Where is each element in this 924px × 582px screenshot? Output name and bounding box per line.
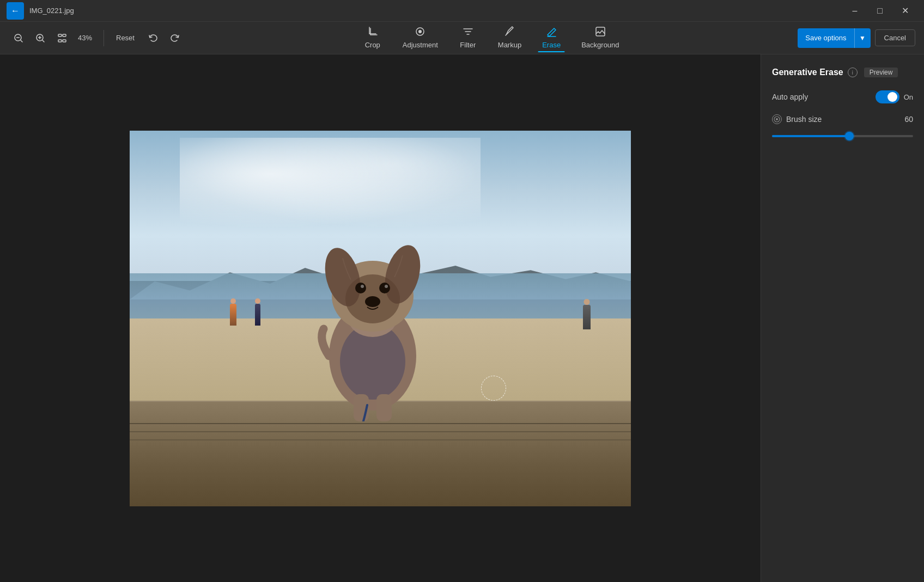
svg-point-25 (385, 285, 388, 288)
save-button-main[interactable]: Save options (798, 29, 854, 46)
zoom-value: 43% (74, 34, 96, 42)
panel-title: Generative Erase (772, 68, 843, 77)
toolbar: 43% Reset Crop (0, 22, 924, 54)
tool-adjustment[interactable]: Adjustment (393, 24, 448, 52)
svg-point-24 (361, 285, 364, 288)
tool-crop-label: Crop (365, 41, 380, 49)
toolbar-actions: Save options ▼ Cancel (798, 28, 915, 48)
reset-button[interactable]: Reset (110, 32, 141, 44)
svg-point-22 (355, 283, 366, 293)
save-options-button[interactable]: Save options ▼ (798, 28, 870, 48)
fit-button[interactable] (52, 28, 72, 48)
filter-icon (463, 26, 473, 40)
undo-button[interactable] (143, 28, 163, 48)
minimize-button[interactable]: – (842, 0, 867, 22)
toggle-thumb (887, 92, 897, 102)
image-container (130, 131, 631, 506)
cancel-button[interactable]: Cancel (875, 29, 915, 46)
svg-point-23 (379, 283, 390, 293)
auto-apply-toggle[interactable] (876, 90, 899, 103)
window-controls: – □ ✕ (842, 0, 917, 22)
svg-rect-8 (58, 40, 62, 42)
brush-icon (772, 114, 782, 124)
brush-label-group: Brush size (772, 114, 822, 124)
person-3 (583, 305, 591, 329)
tool-background-label: Background (581, 41, 619, 49)
back-button[interactable]: ← (7, 2, 24, 20)
tool-markup-label: Markup (498, 41, 521, 49)
titlebar: ← IMG_0221.jpg – □ ✕ (0, 0, 924, 22)
brush-size-row: Brush size 60 (772, 114, 913, 142)
redo-button[interactable] (165, 28, 185, 48)
zoom-in-icon (35, 33, 45, 43)
tool-nav: Crop Adjustment Filter (187, 24, 795, 52)
fit-icon (57, 33, 67, 43)
tool-crop[interactable]: Crop (354, 24, 392, 52)
file-title: IMG_0221.jpg (29, 7, 74, 15)
photo-scene (130, 131, 631, 506)
toggle-label: On (904, 93, 913, 101)
zoom-out-button[interactable] (9, 28, 28, 48)
close-button[interactable]: ✕ (892, 0, 917, 22)
crop-icon (367, 26, 378, 40)
tool-background[interactable]: Background (572, 24, 629, 52)
zoom-controls: 43% (9, 28, 96, 48)
svg-rect-7 (58, 34, 62, 36)
person-1 (230, 304, 236, 326)
adjustment-icon (415, 26, 425, 40)
canvas-area[interactable] (0, 54, 761, 582)
brush-svg-icon (774, 116, 780, 122)
background-icon (595, 26, 606, 40)
svg-point-12 (418, 30, 422, 33)
auto-apply-label: Auto apply (772, 93, 808, 101)
auto-apply-row: Auto apply On (772, 90, 913, 103)
zoom-in-button[interactable] (31, 28, 50, 48)
svg-point-26 (365, 296, 380, 307)
svg-line-2 (21, 40, 22, 42)
maximize-button[interactable]: □ (867, 0, 892, 22)
brush-header: Brush size 60 (772, 114, 913, 124)
brush-size-slider[interactable] (772, 131, 913, 142)
sidebar-panel: Generative Erase i Preview Auto apply On (761, 54, 924, 582)
back-icon: ← (11, 6, 20, 16)
tool-erase-label: Erase (542, 41, 561, 49)
preview-badge: Preview (864, 68, 898, 77)
save-dropdown-arrow[interactable]: ▼ (854, 28, 871, 48)
erase-icon (546, 26, 557, 40)
panel-header: Generative Erase i Preview (772, 68, 913, 77)
svg-rect-28 (376, 394, 392, 421)
tool-filter[interactable]: Filter (449, 24, 487, 52)
dog-svg (296, 193, 449, 421)
svg-line-6 (42, 40, 44, 42)
brush-size-value: 60 (904, 115, 913, 124)
slider-fill (772, 135, 849, 137)
slider-thumb[interactable] (845, 132, 854, 140)
markup-icon (504, 26, 515, 40)
redo-icon (170, 33, 180, 43)
svg-point-30 (776, 118, 778, 120)
svg-rect-10 (63, 40, 66, 42)
undo-icon (148, 33, 158, 43)
info-icon[interactable]: i (848, 68, 858, 77)
slider-track (772, 135, 913, 137)
brush-size-label: Brush size (786, 115, 822, 124)
tool-filter-label: Filter (460, 41, 476, 49)
zoom-out-icon (14, 33, 23, 43)
dog-subject (296, 193, 449, 424)
separator-1 (104, 30, 104, 46)
svg-rect-9 (63, 34, 66, 36)
main-content: Generative Erase i Preview Auto apply On (0, 54, 924, 582)
person-2 (255, 304, 260, 326)
tool-erase[interactable]: Erase (532, 24, 570, 52)
toggle-group: On (876, 90, 913, 103)
tool-adjustment-label: Adjustment (403, 41, 438, 49)
tool-markup[interactable]: Markup (488, 24, 531, 52)
